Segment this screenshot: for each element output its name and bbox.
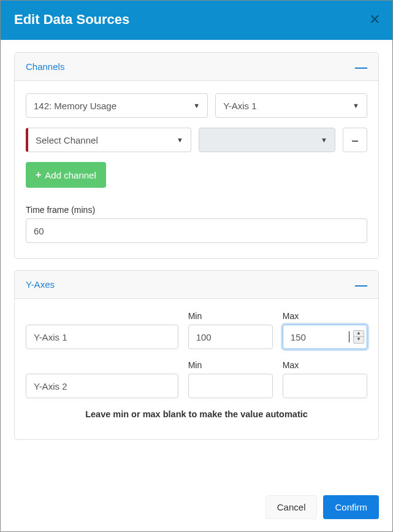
channel-select[interactable]: 142: Memory Usage ▼: [26, 93, 208, 118]
edit-data-sources-modal: Edit Data Sources ✕ Channels — 142: Memo…: [0, 0, 393, 532]
axis-select-value: Y-Axis 1: [223, 101, 256, 111]
cancel-label: Cancel: [277, 502, 306, 512]
max-label: Max: [283, 311, 367, 321]
add-channel-button[interactable]: + Add channel: [26, 162, 106, 188]
yaxes-panel: Y-Axes — Y-Axis 1 Min 100: [14, 270, 379, 440]
channel-select[interactable]: Select Channel ▼: [26, 128, 191, 152]
yaxis-row: Y-Axis 2 Min Max: [26, 360, 367, 398]
yaxis-min-input[interactable]: 100: [188, 325, 273, 349]
channel-row: 142: Memory Usage ▼ Y-Axis 1 ▼: [26, 93, 367, 118]
min-label: Min: [188, 360, 273, 370]
chevron-down-icon: ▼: [193, 102, 200, 109]
chevron-down-icon: ▼: [177, 136, 183, 144]
plus-icon: +: [36, 169, 41, 180]
number-spinner: ▲ ▼: [353, 330, 364, 344]
yaxis-max-input[interactable]: 150 ▲ ▼: [283, 325, 367, 349]
yaxes-hint: Leave min or max blank to make the value…: [26, 409, 367, 419]
timeframe-value: 60: [34, 226, 44, 236]
yaxis-name-value: Y-Axis 1: [34, 332, 67, 342]
channel-row: Select Channel ▼ ▼ –: [26, 128, 367, 152]
channels-panel-body: 142: Memory Usage ▼ Y-Axis 1 ▼ Select Ch…: [15, 81, 378, 258]
yaxes-panel-title: Y-Axes: [26, 279, 55, 290]
chevron-down-icon: ▼: [321, 136, 327, 144]
channels-panel: Channels — 142: Memory Usage ▼ Y-Axis 1 …: [14, 52, 379, 259]
modal-title: Edit Data Sources: [14, 12, 129, 28]
channels-panel-title: Channels: [26, 61, 64, 72]
timeframe-input[interactable]: 60: [26, 218, 367, 243]
confirm-button[interactable]: Confirm: [323, 495, 379, 519]
yaxis-max-input[interactable]: [283, 374, 367, 398]
add-channel-label: Add channel: [45, 170, 96, 180]
min-label: Min: [188, 311, 273, 321]
yaxis-min-value: 100: [196, 332, 212, 342]
axis-select[interactable]: Y-Axis 1 ▼: [215, 93, 367, 118]
yaxis-max-value: 150: [291, 332, 306, 342]
yaxis-row: Y-Axis 1 Min 100 Max 150: [26, 311, 367, 349]
yaxes-panel-header[interactable]: Y-Axes —: [15, 271, 378, 299]
yaxis-name-value: Y-Axis 2: [34, 381, 67, 391]
yaxes-panel-body: Y-Axis 1 Min 100 Max 150: [15, 299, 378, 439]
channels-panel-header[interactable]: Channels —: [15, 53, 378, 81]
modal-header: Edit Data Sources ✕: [1, 1, 392, 40]
modal-body: Channels — 142: Memory Usage ▼ Y-Axis 1 …: [1, 40, 392, 487]
confirm-label: Confirm: [335, 502, 367, 512]
text-cursor: [349, 331, 349, 342]
minus-icon[interactable]: —: [355, 64, 367, 70]
channel-select-value: Select Channel: [36, 135, 98, 145]
yaxis-min-input[interactable]: [188, 374, 273, 398]
close-icon[interactable]: ✕: [369, 13, 380, 26]
spinner-down-icon[interactable]: ▼: [354, 337, 364, 343]
timeframe-label: Time frame (mins): [26, 205, 367, 215]
yaxis-name-input[interactable]: Y-Axis 2: [26, 374, 178, 398]
chevron-down-icon: ▼: [353, 102, 359, 109]
channel-select-value: 142: Memory Usage: [34, 101, 116, 111]
cancel-button[interactable]: Cancel: [265, 495, 318, 519]
minus-icon: –: [351, 133, 358, 147]
minus-icon[interactable]: —: [355, 282, 367, 288]
max-label: Max: [283, 360, 367, 370]
timeframe-group: Time frame (mins) 60: [26, 205, 367, 243]
axis-select-disabled: ▼: [199, 128, 335, 152]
remove-channel-button[interactable]: –: [343, 128, 367, 152]
yaxis-name-input[interactable]: Y-Axis 1: [26, 325, 178, 349]
modal-footer: Cancel Confirm: [1, 487, 392, 531]
